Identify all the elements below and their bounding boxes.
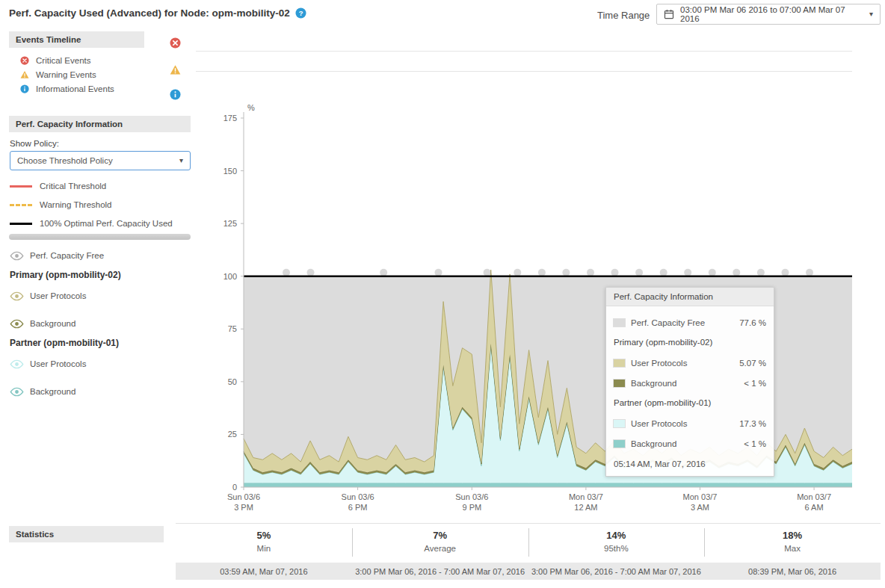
stat-95th-label: 95th% xyxy=(528,544,705,553)
toggle-label: Background xyxy=(30,319,75,328)
stat-average-label: Average xyxy=(352,544,528,553)
time-range-label: Time Range xyxy=(597,10,650,21)
toggle-partner-background[interactable]: Background xyxy=(10,386,75,397)
legend-label: Critical Threshold xyxy=(40,182,106,191)
toggle-partner-user-protocols[interactable]: User Protocols xyxy=(10,358,86,370)
svg-text:Mon 03/7: Mon 03/7 xyxy=(797,492,831,501)
stat-min-value: 5% xyxy=(176,530,352,541)
svg-text:50: 50 xyxy=(228,377,237,386)
toggle-label: Background xyxy=(30,387,75,396)
legend-critical-events: Critical Events xyxy=(20,55,91,66)
svg-text:125: 125 xyxy=(223,219,237,228)
eye-icon xyxy=(10,291,24,301)
stat-min: 5% Min xyxy=(176,530,352,553)
perf-capacity-header: Perf. Capacity Information xyxy=(9,116,191,132)
legend-label: Warning Events xyxy=(36,70,96,79)
tooltip-row-primary-bg: Background < 1 % xyxy=(614,373,766,393)
svg-text:9 PM: 9 PM xyxy=(462,503,481,512)
warning-event-marker-icon[interactable] xyxy=(170,64,181,75)
time-range-value: 03:00 PM Mar 06 2016 to 07:00 AM Mar 07 … xyxy=(680,5,863,23)
tooltip-primary-group: Primary (opm-mobility-02) xyxy=(614,332,766,353)
svg-text:Sun 03/6: Sun 03/6 xyxy=(227,492,260,501)
svg-text:100: 100 xyxy=(223,272,237,281)
eye-icon xyxy=(10,251,24,261)
stat-min-label: Min xyxy=(176,544,352,553)
partner-bg-swatch xyxy=(614,440,625,448)
stat-max-label: Max xyxy=(704,544,881,553)
svg-text:6 PM: 6 PM xyxy=(348,503,368,512)
stat-average-value: 7% xyxy=(352,530,528,541)
horizontal-scrollbar[interactable] xyxy=(9,234,191,240)
events-lane-divider xyxy=(196,71,852,72)
policy-select-value: Choose Threshold Policy xyxy=(17,156,113,165)
primary-group-label: Primary (opm-mobility-02) xyxy=(10,270,121,280)
eye-icon xyxy=(10,319,24,329)
stat-average: 7% Average xyxy=(352,530,528,553)
svg-text:Mon 03/7: Mon 03/7 xyxy=(569,492,603,501)
critical-event-icon xyxy=(20,56,29,65)
stat-max-footer: 08:39 PM, Mar 06, 2016 xyxy=(704,567,881,576)
events-timeline-header: Events Timeline xyxy=(9,31,144,48)
page-title-text: Perf. Capacity Used (Advanced) for Node:… xyxy=(9,7,290,19)
svg-text:3 AM: 3 AM xyxy=(691,503,709,512)
stat-separator xyxy=(528,528,529,557)
svg-text:?: ? xyxy=(298,10,303,17)
warning-event-icon xyxy=(20,70,29,79)
legend-informational-events: Informational Events xyxy=(20,83,114,95)
legend-label: 100% Optimal Perf. Capacity Used xyxy=(40,219,173,228)
stat-max: 18% Max xyxy=(704,530,881,553)
svg-text:3 PM: 3 PM xyxy=(234,503,253,512)
legend-label: Informational Events xyxy=(36,84,114,93)
show-policy-label: Show Policy: xyxy=(10,139,59,148)
toggle-label: User Protocols xyxy=(30,359,86,368)
stat-95th-value: 14% xyxy=(528,530,705,541)
statistics-header: Statistics xyxy=(9,526,164,542)
primary-bg-swatch xyxy=(614,380,625,387)
stat-95th-footer: 3:00 PM Mar 06, 2016 - 7:00 AM Mar 07, 2… xyxy=(528,567,705,576)
tooltip-title: Perf. Capacity Information xyxy=(606,288,774,306)
tooltip-row-free: Perf. Capacity Free 77.6 % xyxy=(614,312,766,332)
help-icon[interactable]: ? xyxy=(295,7,306,19)
eye-icon xyxy=(10,387,24,397)
toggle-primary-background[interactable]: Background xyxy=(10,318,75,329)
threshold-policy-select[interactable]: Choose Threshold Policy ▾ xyxy=(10,151,191,170)
legend-label: Warning Threshold xyxy=(40,200,112,209)
legend-warning-threshold: Warning Threshold xyxy=(10,199,112,210)
info-event-marker-icon[interactable] xyxy=(170,89,181,100)
svg-text:%: % xyxy=(247,105,255,112)
toggle-label: Perf. Capacity Free xyxy=(30,251,104,260)
critical-threshold-swatch xyxy=(10,185,32,188)
partner-group-label: Partner (opm-mobility-01) xyxy=(10,338,119,348)
time-range-picker[interactable]: 03:00 PM Mar 06 2016 to 07:00 AM Mar 07 … xyxy=(656,4,881,25)
stat-separator xyxy=(352,528,353,557)
svg-text:150: 150 xyxy=(223,167,237,176)
svg-text:175: 175 xyxy=(223,114,237,123)
tooltip-partner-group: Partner (opm-mobility-01) xyxy=(614,393,766,413)
svg-text:Sun 03/6: Sun 03/6 xyxy=(342,492,374,501)
legend-label: Critical Events xyxy=(36,56,91,65)
svg-text:75: 75 xyxy=(228,324,237,333)
stat-95th: 14% 95th% xyxy=(528,530,705,553)
perf-capacity-chart[interactable]: 0255075100125150175%Sun 03/63 PMSun 03/6… xyxy=(196,105,885,516)
tooltip-row-primary-user: User Protocols 5.07 % xyxy=(614,353,766,373)
svg-text:0: 0 xyxy=(232,483,237,492)
calendar-icon xyxy=(664,9,674,19)
events-lane-divider xyxy=(196,51,852,52)
partner-user-swatch xyxy=(614,420,625,427)
chevron-down-icon: ▾ xyxy=(179,157,183,164)
primary-user-swatch xyxy=(614,359,625,367)
svg-text:25: 25 xyxy=(228,430,237,439)
critical-event-marker-icon[interactable] xyxy=(170,37,181,49)
toggle-primary-user-protocols[interactable]: User Protocols xyxy=(10,290,86,302)
stat-separator xyxy=(704,528,705,557)
stat-average-footer: 3:00 PM Mar 06, 2016 - 7:00 AM Mar 07, 2… xyxy=(352,567,528,576)
chevron-down-icon: ▾ xyxy=(869,10,873,18)
svg-text:Sun 03/6: Sun 03/6 xyxy=(455,492,488,501)
legend-warning-events: Warning Events xyxy=(20,69,96,81)
toggle-perf-capacity-free[interactable]: Perf. Capacity Free xyxy=(10,250,104,261)
info-event-icon xyxy=(20,84,29,93)
eye-icon xyxy=(10,359,24,369)
toggle-label: User Protocols xyxy=(30,291,86,300)
tooltip-timestamp: 05:14 AM, Mar 07, 2016 xyxy=(606,454,774,476)
svg-text:Mon 03/7: Mon 03/7 xyxy=(683,492,718,501)
